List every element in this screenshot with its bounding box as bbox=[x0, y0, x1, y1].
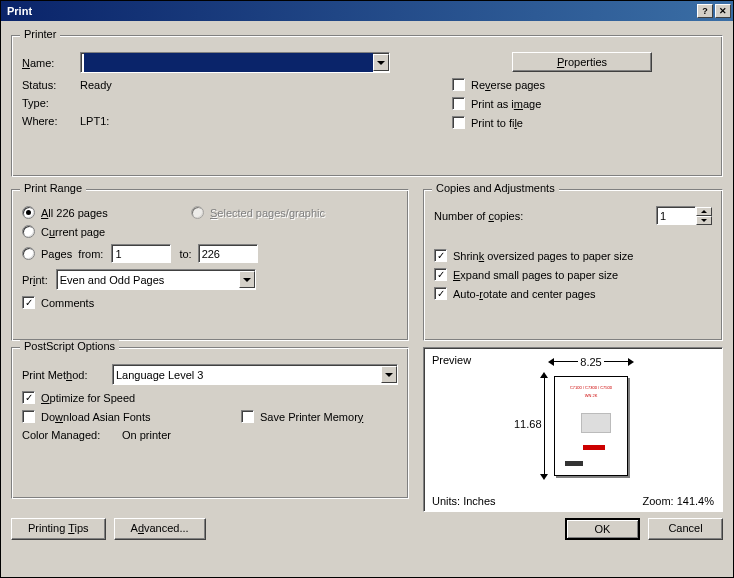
where-value: LPT1: bbox=[80, 115, 109, 127]
print-method-label: Print Method: bbox=[22, 369, 112, 381]
save-memory-checkbox[interactable] bbox=[241, 410, 254, 423]
print-method-value: Language Level 3 bbox=[116, 369, 203, 381]
download-asian-label: Download Asian Fonts bbox=[41, 411, 241, 423]
printer-name-dropdown[interactable] bbox=[80, 52, 390, 73]
pages-to-input[interactable] bbox=[198, 244, 258, 263]
window-title: Print bbox=[3, 5, 32, 17]
printer-icon bbox=[581, 413, 611, 433]
pages-from-input[interactable] bbox=[111, 244, 171, 263]
download-asian-checkbox[interactable] bbox=[22, 410, 35, 423]
arrow-down-icon bbox=[540, 474, 548, 480]
preview-panel: Preview 8.25 11.68 C7100 / C7300 / C7500… bbox=[423, 347, 723, 512]
selected-pages-label: Selected pages/graphic bbox=[210, 207, 325, 219]
shrink-label: Shrink oversized pages to paper size bbox=[453, 250, 633, 262]
close-button[interactable]: ✕ bbox=[715, 4, 731, 18]
num-copies-input[interactable] bbox=[656, 206, 696, 225]
pages-label: Pages from: bbox=[41, 248, 103, 260]
preview-units: Units: Inches bbox=[432, 495, 496, 507]
black-block-icon bbox=[565, 461, 583, 466]
copies-group: Copies and Adjustments Number of copies:… bbox=[423, 189, 723, 341]
dropdown-arrow-icon[interactable] bbox=[373, 54, 389, 71]
dropdown-arrow-icon[interactable] bbox=[381, 366, 397, 383]
preview-height: 11.68 bbox=[514, 418, 542, 430]
all-pages-label: All 226 pages bbox=[41, 207, 191, 219]
status-value: Ready bbox=[80, 79, 112, 91]
current-page-radio[interactable] bbox=[22, 225, 35, 238]
arrow-right-icon bbox=[628, 358, 634, 366]
printer-group: Printer Name: Status:Ready Type: Where:L… bbox=[11, 35, 723, 177]
preview-page: C7100 / C7300 / C7500 WN 2K bbox=[554, 376, 628, 476]
optimize-speed-label: Optimize for Speed bbox=[41, 392, 135, 404]
print-range-group: Print Range All 226 pages Selected pages… bbox=[11, 189, 409, 341]
dim-line-icon bbox=[544, 376, 545, 476]
printing-tips-button[interactable]: Printing Tips bbox=[11, 518, 106, 540]
postscript-legend: PostScript Options bbox=[20, 340, 119, 352]
autorotate-label: Auto-rotate and center pages bbox=[453, 288, 596, 300]
printer-legend: Printer bbox=[20, 28, 60, 40]
copies-up-button[interactable] bbox=[696, 207, 712, 216]
preview-zoom: Zoom: 141.4% bbox=[642, 495, 714, 507]
red-bar-icon bbox=[583, 445, 605, 450]
shrink-checkbox[interactable] bbox=[434, 249, 447, 262]
all-pages-radio[interactable] bbox=[22, 206, 35, 219]
print-range-legend: Print Range bbox=[20, 182, 86, 194]
color-managed-label: Color Managed: bbox=[22, 429, 122, 441]
autorotate-checkbox[interactable] bbox=[434, 287, 447, 300]
current-page-label: Current page bbox=[41, 226, 105, 238]
print-as-image-checkbox[interactable] bbox=[452, 97, 465, 110]
num-copies-label: Number of copies: bbox=[434, 210, 656, 222]
titlebar: Print ? ✕ bbox=[1, 1, 733, 21]
type-label: Type: bbox=[22, 97, 72, 109]
where-label: Where: bbox=[22, 115, 72, 127]
arrow-up-icon bbox=[540, 372, 548, 378]
color-managed-value: On printer bbox=[122, 429, 171, 441]
pages-to-label: to: bbox=[179, 248, 191, 260]
copies-down-button[interactable] bbox=[696, 216, 712, 225]
dropdown-arrow-icon[interactable] bbox=[239, 271, 255, 288]
status-label: Status: bbox=[22, 79, 72, 91]
selected-pages-radio bbox=[191, 206, 204, 219]
optimize-speed-checkbox[interactable] bbox=[22, 391, 35, 404]
expand-label: Expand small pages to paper size bbox=[453, 269, 618, 281]
help-button[interactable]: ? bbox=[697, 4, 713, 18]
print-method-dropdown[interactable]: Language Level 3 bbox=[112, 364, 398, 385]
advanced-button[interactable]: Advanced... bbox=[114, 518, 206, 540]
comments-checkbox[interactable] bbox=[22, 296, 35, 309]
print-to-file-checkbox[interactable] bbox=[452, 116, 465, 129]
cancel-button[interactable]: Cancel bbox=[648, 518, 723, 540]
print-select-label: Print: bbox=[22, 274, 48, 286]
properties-button[interactable]: Properties bbox=[512, 52, 652, 72]
reverse-pages-checkbox[interactable] bbox=[452, 78, 465, 91]
preview-width: 8.25 bbox=[552, 356, 630, 368]
ok-button[interactable]: OK bbox=[565, 518, 640, 540]
pages-radio[interactable] bbox=[22, 247, 35, 260]
reverse-pages-label: Reverse pages bbox=[471, 79, 545, 91]
print-to-file-label: Print to file bbox=[471, 117, 523, 129]
print-pages-value: Even and Odd Pages bbox=[60, 274, 165, 286]
comments-label: Comments bbox=[41, 297, 94, 309]
expand-checkbox[interactable] bbox=[434, 268, 447, 281]
save-memory-label: Save Printer Memory bbox=[260, 411, 363, 423]
postscript-group: PostScript Options Print Method: Languag… bbox=[11, 347, 409, 499]
copies-legend: Copies and Adjustments bbox=[432, 182, 559, 194]
arrow-left-icon bbox=[548, 358, 554, 366]
print-pages-dropdown[interactable]: Even and Odd Pages bbox=[56, 269, 256, 290]
printer-name-label: Name: bbox=[22, 57, 72, 69]
printer-name-value bbox=[84, 53, 373, 72]
print-as-image-label: Print as image bbox=[471, 98, 541, 110]
preview-label: Preview bbox=[432, 354, 471, 366]
